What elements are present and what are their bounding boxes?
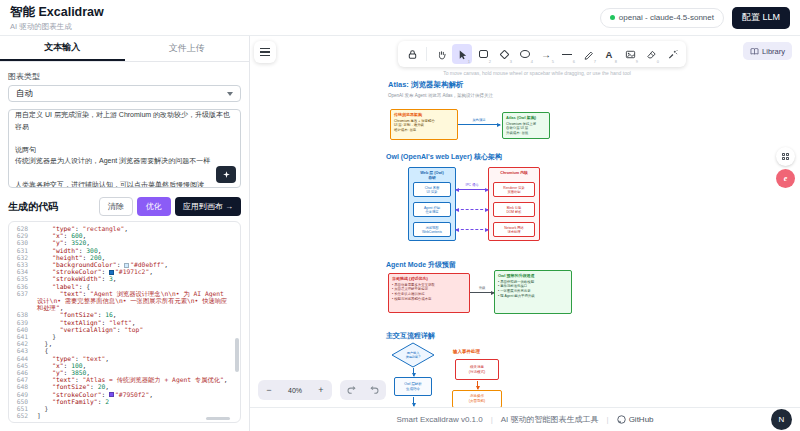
tool-eraser[interactable]: 0 <box>641 44 661 64</box>
flow-arrow-1[interactable] <box>413 368 414 376</box>
lock-icon <box>407 49 418 60</box>
inner-box[interactable]: Network 网络 请求处理 <box>493 222 535 237</box>
code-vertical-scrollbar[interactable] <box>235 338 239 372</box>
inner-box[interactable]: Agent 控制 任务调度 <box>413 202 451 217</box>
avatar[interactable]: N <box>771 409 792 430</box>
flow-box-browse[interactable]: 浏览操作 (页面导航) <box>452 390 502 407</box>
optimize-button[interactable]: 优化 <box>137 197 171 216</box>
excalidraw-canvas[interactable]: 1234→567A890 To move canvas, hold mouse … <box>250 36 800 407</box>
prompt-text: 用自定义 UI 层完成渲染，对上游 Chromium 的改动较少，升级版本也容易… <box>15 109 234 188</box>
code-text: "height": 200, <box>33 254 240 261</box>
model-badge-label: openai - claude-4.5-sonnet <box>619 13 714 22</box>
diagram-box-upgrade-path[interactable]: Owl 预留的升级通道 • 界面快照统一供给模型• 事件流标准化接口• 一张图展… <box>494 270 572 314</box>
flow-arrow-3[interactable] <box>477 381 478 389</box>
diagram-container-web-layer[interactable]: Web 层 (Owl) 自研 Chat 界面 UI 渲染 Agent 控制 任务… <box>408 167 456 241</box>
code-text: "textAlign": "left", <box>33 319 240 326</box>
box-title: Owl 预留的升级通道 <box>498 273 568 278</box>
tool-line[interactable]: 6 <box>557 44 577 64</box>
inner-box[interactable]: Renderer 渲染 页面绘制 <box>493 182 535 197</box>
inner-box[interactable]: Chat 界面 UI 渲染 <box>413 182 451 197</box>
tab-text-input[interactable]: 文本输入 <box>0 36 125 61</box>
zoom-in-button[interactable]: + <box>310 385 332 395</box>
code-text: "verticalAlign": "top" <box>33 326 240 333</box>
code-text: "y": 3850, <box>33 369 240 376</box>
tool-key-hint: 0 <box>657 59 659 64</box>
diagram-box-atlas[interactable]: Atlas (Owl 架构) Chromium 保持上游自研分层 UI 层升级成… <box>502 112 550 139</box>
redo-button[interactable] <box>369 381 380 399</box>
flow-diamond[interactable]: 用户输入 类型判断? <box>391 342 435 368</box>
footer-tagline: AI 驱动的智能图表生成工具 <box>501 414 599 425</box>
inner-box[interactable]: Blink 引擎 DOM 解析 <box>493 202 535 217</box>
generated-code-title: 生成的代码 <box>8 200 58 214</box>
arrow-ipc-3[interactable] <box>456 229 488 230</box>
chart-type-select[interactable]: 自动 <box>8 85 241 102</box>
status-dot-icon <box>610 15 615 20</box>
flow-arrow-2[interactable] <box>413 397 414 406</box>
tool-lock[interactable] <box>402 44 422 64</box>
code-editor[interactable]: 628 "type": "rectangle",629 "x": 600,630… <box>8 221 241 423</box>
tool-key-hint: 9 <box>636 59 638 64</box>
inner-box[interactable]: 浏览视图 WebContents <box>413 222 451 237</box>
tab-file-upload[interactable]: 文件上传 <box>125 36 250 61</box>
arrow-label-ipc: IPC 通信 <box>456 183 488 187</box>
code-line: 641 } <box>9 333 240 340</box>
arrow-3[interactable] <box>470 292 494 293</box>
code-text: "fontFamily": 2 <box>33 398 240 405</box>
promo-icon: e <box>784 174 788 183</box>
line-number: 643 <box>9 347 33 354</box>
ai-send-button[interactable] <box>216 166 236 183</box>
undo-button[interactable] <box>346 381 357 399</box>
library-button[interactable]: Library <box>743 42 792 60</box>
apps-button[interactable] <box>776 147 795 166</box>
arrow-ipc-1[interactable] <box>456 189 488 190</box>
tool-rectangle[interactable]: 2 <box>473 44 493 64</box>
line-number: 630 <box>9 239 33 246</box>
arrow-ipc-2[interactable] <box>456 209 488 210</box>
diagram-title-4: 主交互流程详解 <box>386 331 435 341</box>
diagram-box-challenges[interactable]: 当前挑战 (对话优先) • 界面信息需要多次交互获取• 页面语义理解不够稳定• … <box>388 273 470 313</box>
diagram-box-traditional[interactable]: 传统浏览器架构 Chromium 魔改 + 深度耦合UI 层: 定制，难升级维护… <box>390 109 458 140</box>
prompt-textarea[interactable]: 用自定义 UI 层完成渲染，对上游 Chromium 的改动较少，升级版本也容易… <box>8 109 241 188</box>
line-number: 629 <box>9 232 33 239</box>
flow-orange-heading: 输入事件处理 <box>453 349 497 354</box>
github-link[interactable]: GitHub <box>617 415 654 424</box>
tool-text[interactable]: A8 <box>599 44 619 64</box>
ellipse-icon <box>520 50 530 58</box>
container-title: Chromium 内核 <box>489 170 539 175</box>
code-horizontal-scrollbar[interactable] <box>206 417 230 420</box>
line-number: 648 <box>9 383 33 390</box>
tool-arrow[interactable]: →5 <box>536 44 556 64</box>
hamburger-icon <box>260 48 270 49</box>
tool-image[interactable]: 9 <box>620 44 640 64</box>
code-line: 632 "height": 200, <box>9 254 240 261</box>
tool-ellipse[interactable]: 4 <box>515 44 535 64</box>
tool-selection[interactable]: 1 <box>452 44 472 64</box>
tool-key-hint: 3 <box>510 59 512 64</box>
tool-diamond[interactable]: 3 <box>494 44 514 64</box>
laser-icon <box>667 49 678 60</box>
hamburger-menu-button[interactable] <box>254 41 276 63</box>
configure-llm-button[interactable]: 配置 LLM <box>732 7 790 29</box>
promo-button[interactable]: e <box>776 169 795 188</box>
zoom-value[interactable]: 40% <box>280 387 310 394</box>
footer-separator: | <box>607 415 609 424</box>
app-title: 智能 Excalidraw <box>10 4 104 21</box>
tool-hand[interactable] <box>431 44 451 64</box>
flow-box-chat[interactable]: 聊天消息 (对话模式) <box>455 359 499 380</box>
apply-to-canvas-button[interactable]: 应用到画布 → <box>175 197 241 216</box>
tool-laser[interactable] <box>662 44 682 64</box>
tool-draw[interactable]: 7 <box>578 44 598 64</box>
zoom-out-button[interactable]: − <box>258 385 280 395</box>
diagram-container-chromium[interactable]: Chromium 内核 Renderer 渲染 页面绘制 Blink 引擎 DO… <box>488 167 540 241</box>
footer-version: Smart Excalidraw v0.1.0 <box>396 415 482 424</box>
code-text: "strokeWidth": 3, <box>33 275 240 282</box>
box-title: Atlas (Owl 架构) <box>506 115 546 120</box>
apps-grid-icon <box>782 153 789 160</box>
code-line: 638 "fontSize": 16, <box>9 311 240 318</box>
clear-button[interactable]: 清除 <box>99 197 133 216</box>
code-text: "strokeColor": "#7950f2", <box>33 391 240 398</box>
arrow-1[interactable] <box>458 124 500 125</box>
code-line: 636 "label": { <box>9 283 240 290</box>
flow-box-owl[interactable]: Owl 层解析 生成指令 <box>394 377 432 396</box>
diamond-label: 用户输入 类型判断? <box>391 342 435 368</box>
